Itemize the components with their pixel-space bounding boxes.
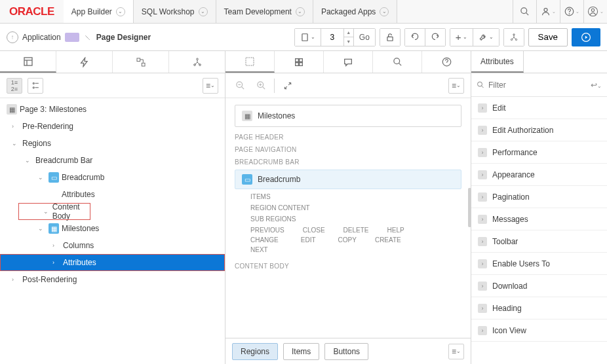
action-edit[interactable]: EDIT (301, 236, 316, 244)
display-mode-label[interactable]: 1≡2≡ (7, 78, 22, 94)
chevron-right-icon: › (478, 237, 487, 246)
svg-point-22 (33, 87, 34, 88)
chevron-down-icon[interactable]: ⌄ (38, 225, 46, 232)
gallery-tab-items[interactable]: Items (283, 343, 319, 360)
tab-component-view[interactable] (275, 51, 324, 73)
group-performance[interactable]: ›Performance (471, 141, 607, 164)
filter-input[interactable] (488, 81, 587, 90)
run-button[interactable] (572, 28, 600, 46)
utilities-button[interactable]: ⌄ (473, 29, 499, 46)
chevron-down-icon[interactable]: ⌄ (116, 7, 125, 16)
save-button[interactable]: Save (528, 28, 568, 46)
chevron-down-icon[interactable]: ⌄ (25, 157, 33, 164)
layout-menu-button[interactable]: ≡ ⌄ (448, 78, 464, 94)
page-up-button[interactable]: ▲ (344, 29, 353, 37)
action-previous[interactable]: PREVIOUS (250, 227, 284, 234)
splitter-handle[interactable] (468, 188, 471, 227)
action-help[interactable]: HELP (387, 227, 404, 234)
chevron-down-icon[interactable]: ⌄ (38, 174, 46, 181)
tree-milestones[interactable]: ⌄ ▦ Milestones (0, 220, 225, 237)
tab-rendering[interactable] (0, 51, 56, 73)
svg-line-31 (399, 63, 401, 65)
action-create[interactable]: CREATE (375, 236, 401, 244)
gallery-menu-button[interactable]: ≡ ⌄ (448, 344, 464, 359)
page-chooser-button[interactable]: ⌄ (295, 29, 321, 46)
crumb-app[interactable]: Application (22, 33, 61, 42)
group-appearance[interactable]: ›Appearance (471, 164, 607, 186)
chevron-down-icon[interactable]: ⌄ (12, 140, 20, 147)
lock-button[interactable] (380, 29, 400, 46)
undo-button[interactable] (405, 29, 425, 46)
tree-attributes[interactable]: › Attributes (0, 254, 225, 271)
top-tab-app-builder[interactable]: App Builder ⌄ (64, 0, 134, 23)
action-delete[interactable]: DELETE (343, 227, 369, 234)
group-heading[interactable]: ›Heading (471, 297, 607, 319)
chevron-down-icon[interactable]: ⌄ (199, 7, 208, 16)
tree-breadcrumb-bar[interactable]: ⌄ Breadcrumb Bar (0, 152, 225, 169)
gallery-tab-regions[interactable]: Regions (232, 343, 278, 360)
group-edit-authorization[interactable]: ›Edit Authorization (471, 119, 607, 141)
chevron-right-icon[interactable]: › (52, 259, 60, 266)
tree-bc-attributes[interactable]: Attributes (0, 186, 225, 203)
tree-columns[interactable]: › Columns (0, 237, 225, 254)
tree-menu-button[interactable]: ≡ ⌄ (203, 78, 218, 94)
group-enable-users-to[interactable]: ›Enable Users To (471, 253, 607, 275)
tab-processing[interactable] (113, 51, 169, 73)
action-change[interactable]: CHANGE (250, 236, 279, 244)
tree-label: Pre-Rendering (22, 122, 73, 131)
go-button[interactable]: Go (354, 29, 375, 46)
chevron-right-icon[interactable]: › (52, 242, 60, 249)
filter-options-button[interactable]: ↩︎⌄ (591, 81, 602, 90)
display-mode-component[interactable] (28, 78, 43, 94)
page-number-input[interactable] (321, 29, 343, 46)
page-down-button[interactable]: ▼ (344, 37, 353, 46)
action-close[interactable]: CLOSE (303, 227, 325, 234)
search-icon[interactable] (513, 0, 536, 23)
action-copy[interactable]: COPY (338, 236, 357, 244)
redo-button[interactable] (425, 29, 445, 46)
tree-page-root[interactable]: ▦ Page 3: Milestones (0, 101, 225, 118)
breadcrumb-region[interactable]: ▭ Breadcrumb (235, 170, 461, 189)
chevron-down-icon[interactable]: ⌄ (380, 7, 389, 16)
group-download[interactable]: ›Download (471, 275, 607, 297)
group-icon-view[interactable]: ›Icon View (471, 319, 607, 342)
user-icon[interactable]: ⌄ (583, 0, 607, 23)
zoom-out-button[interactable] (232, 78, 248, 94)
tab-messages[interactable] (324, 51, 373, 73)
group-pagination[interactable]: ›Pagination (471, 186, 607, 208)
tab-help[interactable] (422, 51, 471, 73)
chevron-down-icon[interactable]: ⌄ (296, 7, 305, 16)
group-toolbar[interactable]: ›Toolbar (471, 230, 607, 253)
admin-icon[interactable]: ⌄ (536, 0, 560, 23)
chevron-right-icon[interactable]: › (12, 276, 20, 283)
zoom-in-button[interactable] (253, 78, 269, 94)
tab-layout[interactable] (225, 51, 275, 73)
shared-components-button[interactable] (504, 29, 524, 46)
gallery-tab-buttons[interactable]: Buttons (324, 343, 368, 360)
top-tab-packaged-apps[interactable]: Packaged Apps ⌄ (313, 0, 397, 23)
tree-breadcrumb[interactable]: ⌄ ▭ Breadcrumb (0, 169, 225, 186)
tab-shared[interactable] (169, 51, 225, 73)
svg-rect-7 (302, 33, 307, 41)
group-label: Icon View (492, 326, 526, 335)
group-messages[interactable]: ›Messages (471, 208, 607, 230)
right-tab-attributes[interactable]: Attributes (471, 51, 524, 73)
top-tab-sql-workshop[interactable]: SQL Workshop ⌄ (134, 0, 216, 23)
chevron-down-icon[interactable]: ⌄ (43, 208, 50, 215)
tree-post-rendering[interactable]: › Post-Rendering (0, 271, 225, 288)
help-icon[interactable]: ⌄ (560, 0, 583, 23)
up-arrow-icon[interactable]: ↑ (7, 31, 18, 43)
tree-label: Post-Rendering (22, 275, 77, 284)
action-next[interactable]: NEXT (250, 246, 268, 253)
chevron-right-icon[interactable]: › (12, 123, 20, 130)
tree-regions[interactable]: ⌄ Regions (0, 135, 225, 152)
tab-page-search[interactable] (373, 51, 422, 73)
group-edit[interactable]: ›Edit (471, 97, 607, 119)
tab-dynamic-actions[interactable] (56, 51, 113, 73)
top-tab-team-dev[interactable]: Team Development ⌄ (216, 0, 313, 23)
tree-content-body[interactable]: ⌄ Content Body (18, 203, 90, 220)
region-milestones-card[interactable]: ▦ Milestones (235, 105, 461, 127)
tree-pre-rendering[interactable]: › Pre-Rendering (0, 118, 225, 135)
expand-button[interactable] (280, 78, 296, 94)
create-button[interactable]: +⌄ (450, 29, 473, 46)
